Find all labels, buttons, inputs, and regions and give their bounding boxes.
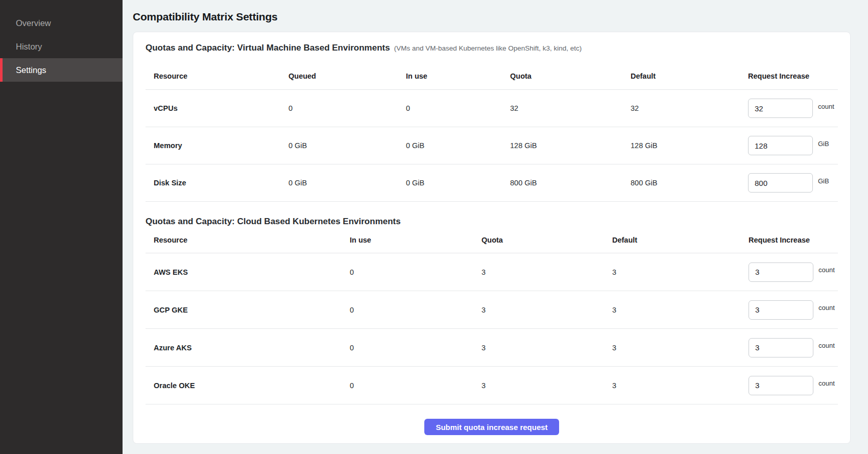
request-increase-cell: count xyxy=(749,338,838,357)
request-increase-input-disk-size[interactable] xyxy=(748,173,813,193)
cell-quota: 32 xyxy=(510,104,631,112)
submit-quota-increase-button[interactable]: Submit quota increase request xyxy=(424,419,559,435)
unit-label: count xyxy=(818,266,835,274)
request-increase-cell: count xyxy=(749,300,838,320)
main-content: Compatibility Matrix Settings Quotas and… xyxy=(123,0,868,454)
request-increase-input-aws-eks[interactable] xyxy=(749,262,813,282)
section-cloud-k8s-environments: Quotas and Capacity: Cloud Based Kuberne… xyxy=(146,216,838,404)
cell-default: 800 GiB xyxy=(631,179,748,187)
column-header-resource: Resource xyxy=(154,71,288,81)
section-vm-environments: Quotas and Capacity: Virtual Machine Bas… xyxy=(146,42,838,202)
section-header: Quotas and Capacity: Virtual Machine Bas… xyxy=(146,42,838,54)
table-header-row: ResourceIn useQuotaDefaultRequest Increa… xyxy=(146,235,838,253)
unit-label: count xyxy=(818,103,834,110)
cell-in-use: 0 GiB xyxy=(406,179,510,187)
request-increase-input-vcpus[interactable] xyxy=(748,99,813,118)
request-increase-cell: count xyxy=(748,99,838,118)
resource-name: AWS EKS xyxy=(154,268,350,276)
table-row-oracle-oke: Oracle OKE033count xyxy=(146,367,838,404)
cell-default: 128 GiB xyxy=(631,141,748,150)
cell-in-use: 0 GiB xyxy=(406,141,510,150)
column-header-in-use: In use xyxy=(350,235,481,245)
column-header-in-use: In use xyxy=(406,71,510,81)
sidebar-item-history[interactable]: History xyxy=(0,35,123,58)
table-row-azure-aks: Azure AKS033count xyxy=(146,329,838,367)
sidebar-item-overview[interactable]: Overview xyxy=(0,11,123,35)
table-row-disk-size: Disk Size0 GiB0 GiB800 GiB800 GiBGiB xyxy=(146,164,838,202)
cell-queued: 0 xyxy=(288,104,406,112)
cell-quota: 800 GiB xyxy=(510,179,631,187)
table-body: vCPUs003232countMemory0 GiB0 GiB128 GiB1… xyxy=(146,90,838,202)
cell-quota: 3 xyxy=(481,381,612,390)
cell-in-use: 0 xyxy=(350,381,481,390)
cell-queued: 0 GiB xyxy=(288,179,406,187)
unit-label: count xyxy=(818,304,835,312)
request-increase-input-gcp-gke[interactable] xyxy=(749,300,813,320)
unit-label: count xyxy=(818,379,835,387)
page-title: Compatibility Matrix Settings xyxy=(133,10,851,23)
sidebar-item-settings[interactable]: Settings xyxy=(0,58,123,82)
column-header-queued: Queued xyxy=(288,71,406,81)
column-header-quota: Quota xyxy=(510,71,631,81)
section-subtitle: (VMs and VM-based Kubernetes like OpenSh… xyxy=(394,44,582,52)
request-increase-cell: GiB xyxy=(748,136,838,155)
cell-default: 3 xyxy=(612,344,749,352)
table-row-gcp-gke: GCP GKE033count xyxy=(146,291,838,329)
cell-quota: 3 xyxy=(481,306,612,314)
table-row-vcpus: vCPUs003232count xyxy=(146,90,838,127)
table-row-memory: Memory0 GiB0 GiB128 GiB128 GiBGiB xyxy=(146,127,838,164)
cell-quota: 3 xyxy=(481,344,612,352)
table-row-aws-eks: AWS EKS033count xyxy=(146,253,838,291)
resource-name: Memory xyxy=(154,141,288,150)
column-header-quota: Quota xyxy=(481,235,612,245)
request-increase-cell: count xyxy=(749,262,838,282)
section-title: Quotas and Capacity: Virtual Machine Bas… xyxy=(146,43,390,53)
table-body: AWS EKS033countGCP GKE033countAzure AKS0… xyxy=(146,253,838,404)
resource-name: vCPUs xyxy=(154,104,288,112)
column-header-resource: Resource xyxy=(154,235,350,245)
unit-label: GiB xyxy=(818,140,829,148)
cell-in-use: 0 xyxy=(350,268,481,276)
request-increase-cell: count xyxy=(749,376,838,395)
column-header-request-increase: Request Increase xyxy=(748,71,838,81)
request-increase-input-azure-aks[interactable] xyxy=(749,338,813,357)
cell-quota: 128 GiB xyxy=(510,141,631,150)
cell-queued: 0 GiB xyxy=(288,141,406,150)
sidebar: OverviewHistorySettings xyxy=(0,0,123,454)
column-header-default: Default xyxy=(631,71,748,81)
request-increase-cell: GiB xyxy=(748,173,838,193)
cell-in-use: 0 xyxy=(406,104,510,112)
resource-name: Oracle OKE xyxy=(154,381,350,390)
column-header-default: Default xyxy=(612,235,749,245)
request-increase-input-memory[interactable] xyxy=(748,136,813,155)
column-header-request-increase: Request Increase xyxy=(749,235,838,245)
cell-default: 3 xyxy=(612,306,749,314)
request-increase-input-oracle-oke[interactable] xyxy=(749,376,813,395)
section-title: Quotas and Capacity: Cloud Based Kuberne… xyxy=(146,217,401,226)
section-header: Quotas and Capacity: Cloud Based Kuberne… xyxy=(146,216,838,227)
unit-label: GiB xyxy=(818,177,829,185)
resource-name: Azure AKS xyxy=(154,344,350,352)
footer-row: Submit quota increase request xyxy=(146,419,838,435)
cell-default: 3 xyxy=(612,268,749,276)
cell-in-use: 0 xyxy=(350,306,481,314)
resource-name: GCP GKE xyxy=(154,306,350,314)
cell-default: 32 xyxy=(631,104,748,112)
settings-card: Quotas and Capacity: Virtual Machine Bas… xyxy=(133,32,851,444)
cell-in-use: 0 xyxy=(350,344,481,352)
unit-label: count xyxy=(818,342,835,349)
table-header-row: ResourceQueuedIn useQuotaDefaultRequest … xyxy=(146,71,838,90)
cell-quota: 3 xyxy=(481,268,612,276)
cell-default: 3 xyxy=(612,381,749,390)
resource-name: Disk Size xyxy=(154,179,288,187)
